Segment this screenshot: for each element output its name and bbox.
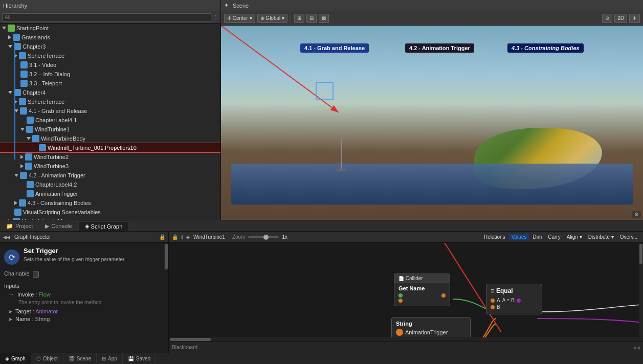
tree-item-mesh-uid[interactable]: MeshUniqueIdManager xyxy=(0,217,220,220)
tree-item-grab-release[interactable]: 4.1 - Grab and Release xyxy=(0,106,220,116)
view-options-button[interactable]: ⊙ xyxy=(602,14,612,23)
tree-item-propellors[interactable]: Windmill_Turbine_001:Propellors10 xyxy=(0,143,220,152)
lock-icon[interactable]: 🔒 xyxy=(172,234,178,240)
footer-tab-saved[interactable]: 💾 Saved xyxy=(123,353,156,364)
inspector-header: ◀◀ Graph Inspector 🔒 xyxy=(0,232,168,243)
tree-item-chapter4[interactable]: Chapter4 xyxy=(0,88,220,97)
canvas-scrollbar-v[interactable] xyxy=(639,243,643,342)
tree-item-anim-trigger[interactable]: 4.2 - Animation Trigger xyxy=(0,171,220,180)
global-button[interactable]: ⊕ Global ▾ xyxy=(257,14,287,23)
windturbine-visual xyxy=(334,138,349,179)
node-title: Set Trigger xyxy=(24,247,126,255)
scene-title-label: Scene xyxy=(233,3,249,9)
tree-item-constraining[interactable]: 4.3 - Constraining Bodies xyxy=(0,198,220,208)
item-icon xyxy=(20,71,28,78)
tree-item-wind-turbine-2[interactable]: WindTurbine2 xyxy=(0,152,220,162)
tab-dim[interactable]: Dim xyxy=(530,234,544,240)
label-anim-trigger: 4.2 - Animation Trigger xyxy=(405,43,474,53)
invoke-row: → Invoke : Flow xyxy=(8,291,164,298)
gizmo-button-2[interactable]: ⊟ xyxy=(306,14,317,23)
scene-tab-icon: 🎬 xyxy=(69,356,75,361)
object-tab-icon: ⬡ xyxy=(36,356,41,361)
equal-title: ≡ Equal xyxy=(491,287,538,294)
tree-item-starting-point[interactable]: StartingPoint xyxy=(0,24,220,33)
expand-icon xyxy=(20,155,24,159)
tree-item-wind-turbine-1[interactable]: WindTurbine1 xyxy=(0,125,220,134)
scene-header: ✦ Scene xyxy=(221,0,643,11)
tab-distribute[interactable]: Distribute ▾ xyxy=(586,234,616,240)
item-icon xyxy=(27,117,34,124)
tree-item-grasslands[interactable]: Grasslands xyxy=(0,33,220,42)
tree-item-video[interactable]: 3.1 - Video xyxy=(0,60,220,70)
node-collider[interactable]: 📄 Collider Get Name xyxy=(394,274,450,306)
item-icon xyxy=(8,25,15,32)
tab-script-graph[interactable]: ◈ Script Graph xyxy=(78,221,129,231)
tab-script-graph-label: Script Graph xyxy=(91,223,123,230)
tab-align[interactable]: Align ▾ xyxy=(564,234,585,240)
chainable-checkbox[interactable] xyxy=(33,271,39,278)
expand-icon xyxy=(8,45,12,48)
footer-tab-graph[interactable]: ◈ Graph xyxy=(0,353,31,364)
hierarchy-search[interactable] xyxy=(2,13,211,21)
expand-icon xyxy=(27,137,31,140)
zoom-level: 1x xyxy=(282,234,287,240)
footer-tab-app[interactable]: ⊞ App xyxy=(97,353,123,364)
inspector-scrollbar[interactable] xyxy=(164,243,168,270)
toolbar-divider xyxy=(291,14,291,22)
zoom-thumb xyxy=(263,235,269,240)
tab-carry[interactable]: Carry xyxy=(545,234,563,240)
equal-body: ≡ Equal A A = B B xyxy=(486,284,542,314)
scene-tab-label: Scene xyxy=(77,356,91,361)
tree-item-animation-trigger[interactable]: AnimationTrigger xyxy=(0,189,220,198)
center-button[interactable]: ✛ Center ▾ xyxy=(224,14,255,23)
item-label: StartingPoint xyxy=(16,25,49,31)
item-icon xyxy=(27,181,34,188)
port-orange-out xyxy=(441,293,446,298)
scene-3d-view[interactable]: 4.1 - Grab and Release 4.2 - Animation T… xyxy=(221,26,643,220)
item-label: ChapterLabel4.2 xyxy=(35,181,77,188)
tab-console[interactable]: ▶ Console xyxy=(39,221,78,231)
tree-item-info-dialog[interactable]: 3.2 – Info Dialog xyxy=(0,70,220,79)
footer-tab-scene[interactable]: 🎬 Scene xyxy=(63,353,97,364)
2d-button[interactable]: 2D xyxy=(614,14,627,23)
zoom-slider[interactable] xyxy=(248,236,279,238)
info-icon[interactable]: ℹ xyxy=(181,234,183,240)
node-equal[interactable]: ≡ Equal A A = B B xyxy=(486,284,542,314)
hierarchy-toolbar: ⋮ xyxy=(0,11,220,24)
windturbine-tab-label[interactable]: WindTurbine1 xyxy=(193,234,225,240)
hierarchy-header: Hierarchy xyxy=(0,0,220,11)
tree-item-chapter-label-41[interactable]: ChapterLabel4.1 xyxy=(0,116,220,125)
gizmo-button-1[interactable]: ⊞ xyxy=(294,14,304,23)
hierarchy-options-icon[interactable]: ⋮ xyxy=(213,14,218,20)
item-icon xyxy=(25,153,32,161)
footer-tab-object[interactable]: ⬡ Object xyxy=(31,353,63,364)
name-arrow-icon: ➤ xyxy=(8,316,12,322)
tree-item-teleport[interactable]: 3.3 - Teleport xyxy=(0,79,220,88)
gizmo-button-3[interactable]: ⊠ xyxy=(319,14,329,23)
expand-icon xyxy=(8,91,12,94)
item-label: 3.3 - Teleport xyxy=(29,80,62,86)
tree-item-chapter3[interactable]: Chapter3 xyxy=(0,42,220,51)
tab-relations[interactable]: Relations xyxy=(481,234,508,240)
tree-item-sphere-terrace-1[interactable]: SphereTerrace xyxy=(0,51,220,60)
collider-icon: 📄 xyxy=(398,276,404,281)
inspector-collapse-icon[interactable]: ◀◀ xyxy=(3,235,10,240)
hierarchy-panel: Hierarchy ⋮ StartingPoint Grasslands xyxy=(0,0,221,220)
sg-canvas[interactable]: 📄 Collider Get Name xyxy=(169,243,643,342)
tab-values[interactable]: Values xyxy=(509,234,529,240)
saved-tab-label: Saved xyxy=(136,356,150,361)
sg-footer-spacer: ◀◀ xyxy=(630,345,643,350)
canvas-scrollbar-h[interactable] xyxy=(169,337,639,342)
tab-overv[interactable]: Overv... xyxy=(617,234,640,240)
tree-item-vs-scene-vars[interactable]: VisualScripting SceneVariables xyxy=(0,208,220,217)
tab-project[interactable]: 📁 Project xyxy=(0,221,39,231)
tree-item-sphere-terrace-2[interactable]: SphereTerrace xyxy=(0,97,220,106)
windturbine-tab-icon: ◈ xyxy=(186,234,190,240)
tree-item-chapter-label-42[interactable]: ChapterLabel4.2 xyxy=(0,180,220,189)
tree-item-wind-turbine-3[interactable]: WindTurbine3 xyxy=(0,162,220,171)
tree-item-wind-turbine-body[interactable]: WindTurbineBody xyxy=(0,134,220,143)
invoke-desc: The entry point to invoke the method. xyxy=(18,300,164,305)
expand-icon xyxy=(8,35,11,39)
node-desc: Sets the value of the given trigger para… xyxy=(24,257,126,262)
light-button[interactable]: ☀ xyxy=(629,14,640,23)
